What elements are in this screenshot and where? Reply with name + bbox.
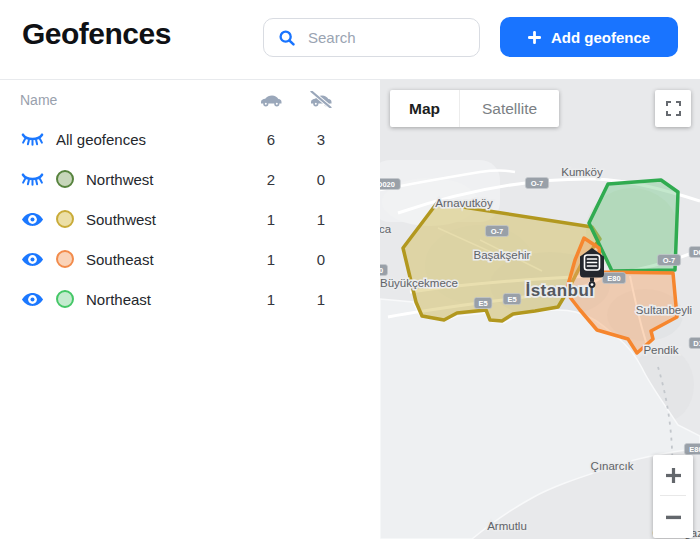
city-label: Kumköy: [561, 166, 603, 178]
city-label: Arnavutköy: [435, 197, 493, 209]
road-shield-label: O-7: [531, 179, 544, 188]
geofence-name: Northwest: [86, 171, 246, 188]
page-title: Geofences: [22, 17, 171, 51]
name-column-header: Name: [20, 92, 246, 108]
geofence-name: All geofences: [56, 131, 246, 148]
vehicle-off-count: 0: [296, 251, 346, 268]
marker-anchor-hole: [591, 283, 594, 286]
search-box: [263, 18, 480, 57]
map-canvas[interactable]: D020O-7O-7O-7E5E5E80D00D1E80 KumköyArnav…: [380, 80, 700, 539]
city-label: Çınarcık: [591, 460, 634, 472]
geofence-row[interactable]: All geofences63: [0, 119, 380, 159]
road-shield-label: 0: [380, 266, 383, 275]
fullscreen-button[interactable]: [655, 90, 691, 127]
road-shield-label: O-7: [663, 256, 676, 265]
city-label: Sultanbeyli: [636, 304, 692, 316]
car-off-icon: [309, 91, 333, 108]
geofence-list-panel: Name All geofences63Northwest20Southwes: [0, 80, 380, 539]
road-shield-label: E80: [689, 445, 700, 454]
vehicle-count: 6: [246, 131, 296, 148]
geofence-color-swatch: [56, 210, 74, 228]
city-label: Pendik: [643, 344, 678, 356]
eye-open-icon[interactable]: [20, 207, 44, 231]
geofence-name: Northeast: [86, 291, 246, 308]
tab-satellite[interactable]: Satellite: [459, 90, 559, 127]
geofence-rows: All geofences63Northwest20Southwest11Sou…: [0, 119, 380, 319]
vehicle-off-count: 3: [296, 131, 346, 148]
map-base: D020O-7O-7O-7E5E5E80D00D1E80 KumköyArnav…: [380, 80, 700, 539]
eye-closed-icon[interactable]: [20, 127, 44, 151]
vehicle-count: 1: [246, 291, 296, 308]
vehicle-count: 2: [246, 171, 296, 188]
plus-icon: [528, 31, 541, 44]
zoom-out-button[interactable]: [653, 496, 693, 538]
geofence-row[interactable]: Southwest11: [0, 199, 380, 239]
zoom-in-button[interactable]: [653, 455, 693, 495]
city-label: Büyükçekmece: [380, 277, 458, 289]
geofence-row[interactable]: Northeast11: [0, 279, 380, 319]
geofence-color-swatch: [56, 290, 74, 308]
car-icon: [259, 91, 283, 108]
vehicle-count: 1: [246, 251, 296, 268]
city-label: ca: [380, 223, 392, 235]
car-column-header: [246, 91, 296, 108]
minus-icon: [666, 515, 681, 520]
geofence-row[interactable]: Northwest20: [0, 159, 380, 199]
zoom-control: [653, 455, 693, 538]
vehicle-count: 1: [246, 211, 296, 228]
geofence-row[interactable]: Southeast10: [0, 239, 380, 279]
plus-icon: [666, 468, 681, 483]
tab-map[interactable]: Map: [390, 90, 459, 127]
car-off-column-header: [296, 91, 346, 108]
table-header: Name: [0, 80, 380, 119]
road-shield-label: D1: [693, 339, 700, 348]
eye-open-icon[interactable]: [20, 247, 44, 271]
city-label: Armutlu: [487, 520, 527, 532]
marker-stem: [590, 278, 594, 282]
eye-closed-icon[interactable]: [20, 167, 44, 191]
map-type-tabbar: Map Satellite: [390, 90, 559, 127]
geofence-color-swatch: [56, 170, 74, 188]
road-shield-label: D0: [693, 248, 700, 257]
city-label: Başakşehir: [474, 249, 531, 261]
geofence-name: Southwest: [86, 211, 246, 228]
city-label: İstanbul: [525, 281, 594, 300]
search-input[interactable]: [306, 28, 479, 47]
vehicle-off-count: 0: [296, 171, 346, 188]
road-shield-label: O-7: [491, 227, 504, 236]
geofence-name: Southeast: [86, 251, 246, 268]
road-shield-label: D020: [380, 180, 395, 189]
geofence-color-swatch: [56, 250, 74, 268]
vehicle-off-count: 1: [296, 291, 346, 308]
fullscreen-icon: [666, 101, 681, 116]
vehicle-off-count: 1: [296, 211, 346, 228]
road-shield-label: E5: [478, 299, 487, 308]
page-header: Geofences Add geofence: [0, 0, 700, 80]
eye-open-icon[interactable]: [20, 287, 44, 311]
road-shield-label: E5: [507, 295, 516, 304]
add-geofence-label: Add geofence: [551, 29, 650, 46]
add-geofence-button[interactable]: Add geofence: [500, 17, 678, 57]
road-shield-label: E80: [607, 274, 620, 283]
search-icon: [278, 29, 296, 47]
